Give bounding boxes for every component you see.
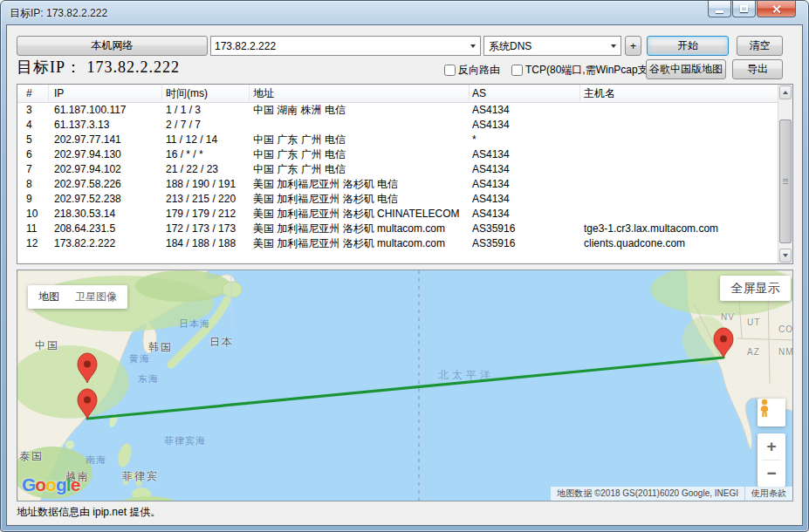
scroll-down-button[interactable]	[779, 249, 792, 263]
table-scrollbar[interactable]	[778, 85, 792, 263]
table-cell-time: 172 / 173 / 173	[164, 222, 250, 236]
table-row[interactable]: 7202.97.94.10221 / 22 / 23中国 广东 广州 电信AS4…	[17, 162, 778, 177]
table-cell-hop: 5	[24, 133, 49, 147]
table-cell-time: 2 / 7 / 7	[164, 118, 250, 133]
dns-dropdown-button[interactable]	[606, 37, 620, 55]
table-cell-time: 184 / 188 / 188	[164, 236, 250, 251]
google-logo-letter: g	[56, 474, 66, 494]
pegman-icon	[758, 399, 771, 418]
table-cell-host	[582, 103, 776, 118]
chevron-down-icon	[611, 44, 616, 48]
table-cell-hop: 3	[24, 103, 49, 118]
table-row[interactable]: 8202.97.58.226188 / 190 / 191美国 加利福尼亚州 洛…	[17, 177, 778, 192]
table-cell-host	[582, 177, 776, 192]
google-logo-letter: o	[35, 474, 45, 494]
clear-button[interactable]: 清空	[737, 36, 783, 56]
table-cell-hop: 9	[24, 192, 49, 207]
table-cell-time: 213 / 215 / 220	[164, 192, 250, 207]
table-cell-host	[582, 118, 776, 133]
zoom-in-button[interactable]: +	[758, 433, 785, 460]
column-header[interactable]: 主机名	[582, 85, 776, 102]
title-bar[interactable]: 目标IP: 173.82.2.222	[1, 1, 808, 25]
table-cell-ip: 202.97.77.141	[52, 133, 162, 147]
reverse-route-checkbox-input[interactable]	[444, 65, 456, 76]
export-button[interactable]: 导出	[732, 59, 783, 79]
start-button[interactable]: 开始	[647, 36, 729, 56]
ip-combobox[interactable]	[210, 36, 481, 56]
table-cell-host	[582, 192, 776, 207]
table-row[interactable]: 11208.64.231.5172 / 173 / 173美国 加利福尼亚州 洛…	[17, 222, 778, 236]
table-row[interactable]: 10218.30.53.14179 / 179 / 212美国 加利福尼亚州 洛…	[17, 207, 778, 222]
local-network-button[interactable]: 本机网络	[17, 36, 208, 56]
fullscreen-button[interactable]: 全屏显示	[720, 276, 791, 301]
close-icon	[771, 4, 781, 14]
chevron-down-icon	[470, 44, 476, 48]
column-header[interactable]: 时间(ms)	[164, 85, 250, 102]
table-cell-as: AS4134	[470, 118, 580, 133]
table-cell-address: 美国 加利福尼亚州 洛杉矶 电信	[251, 192, 470, 207]
table-header[interactable]: #IP时间(ms)地址AS主机名	[17, 85, 778, 103]
map-marker-dot	[84, 397, 91, 404]
table-cell-ip: 202.97.94.102	[52, 162, 162, 177]
terms-link[interactable]: 使用条款	[745, 487, 792, 501]
table-cell-host	[582, 147, 776, 162]
table-cell-time: 179 / 179 / 212	[164, 207, 250, 222]
add-dns-button[interactable]: +	[625, 36, 641, 56]
close-button[interactable]	[757, 1, 796, 17]
zoom-out-button[interactable]: −	[758, 460, 785, 487]
table-row[interactable]: 12173.82.2.222184 / 188 / 188美国 加利福尼亚州 洛…	[17, 236, 778, 251]
map-type-control[interactable]: 地图 卫星图像	[28, 285, 127, 309]
table-row[interactable]: 461.137.3.132 / 7 / 7AS4134	[17, 118, 778, 133]
app-window: 目标IP: 173.82.2.222 本机网络 系统DNS + 开始 清空 目标…	[0, 0, 809, 532]
target-ip-label: 目标IP： 173.82.2.222	[17, 57, 180, 78]
column-header[interactable]: IP	[52, 85, 162, 102]
ip-dropdown-button[interactable]	[465, 37, 480, 55]
table-cell-ip: 218.30.53.14	[52, 207, 162, 222]
table-row[interactable]: 361.187.100.1171 / 1 / 3中国 湖南 株洲 电信AS413…	[17, 103, 778, 118]
table-row[interactable]: 5202.97.77.14111 / 12 / 14中国 广东 广州 电信*	[17, 133, 778, 147]
google-cn-map-button[interactable]: 谷歌中国版地图	[646, 59, 726, 79]
dns-select[interactable]: 系统DNS	[483, 36, 621, 56]
google-logo[interactable]: Google	[22, 474, 79, 495]
table-cell-time: 188 / 190 / 191	[164, 177, 250, 192]
reverse-route-label: 反向路由	[458, 63, 500, 78]
column-header[interactable]: #	[24, 85, 49, 102]
table-cell-time: 16 / * / *	[164, 147, 250, 162]
table-cell-as: AS35916	[470, 222, 580, 236]
maximize-button[interactable]	[732, 1, 756, 17]
map-panel[interactable]: 中国韩国日本日本海黄海东海北太平洋菲律宾海南海泰国越南菲律宾NVUTCOAZNM…	[17, 269, 793, 501]
table-cell-time: 1 / 1 / 3	[164, 103, 250, 118]
pegman-button[interactable]	[758, 399, 785, 426]
client-area: 本机网络 系统DNS + 开始 清空 目标IP： 173.82.2.222 反向…	[7, 25, 802, 525]
map-type-satellite[interactable]: 卫星图像	[75, 290, 117, 304]
google-logo-letter: o	[45, 474, 56, 494]
tcp-checkbox[interactable]: TCP(80端口,需WinPcap支持)	[511, 63, 662, 78]
minimize-button[interactable]	[708, 1, 731, 17]
column-header[interactable]: AS	[470, 85, 580, 102]
table-cell-hop: 4	[24, 118, 49, 133]
table-cell-ip: 61.187.100.117	[52, 103, 162, 118]
table-cell-as: AS35916	[470, 236, 580, 251]
scrollbar-thumb[interactable]	[779, 119, 792, 243]
table-cell-ip: 202.97.52.238	[52, 192, 162, 207]
table-cell-hop: 12	[24, 236, 49, 251]
tcp-checkbox-input[interactable]	[511, 65, 523, 76]
reverse-route-checkbox[interactable]: 反向路由	[444, 63, 500, 78]
window-title: 目标IP: 173.82.2.222	[10, 6, 107, 21]
table-row[interactable]: 9202.97.52.238213 / 215 / 220美国 加利福尼亚州 洛…	[17, 192, 778, 207]
table-cell-ip: 202.97.58.226	[52, 177, 162, 192]
scroll-up-button[interactable]	[779, 85, 792, 99]
map-type-map[interactable]: 地图	[38, 290, 59, 304]
arrow-up-icon	[783, 91, 788, 94]
status-text: 地址数据信息由 ipip.net 提供。	[17, 506, 161, 518]
table-cell-hop: 6	[24, 147, 49, 162]
table-row[interactable]: 6202.97.94.13016 / * / *中国 广东 广州 电信AS413…	[17, 147, 778, 162]
table-cell-ip: 202.97.94.130	[52, 147, 162, 162]
hainan-island	[65, 440, 74, 449]
ip-input[interactable]	[215, 38, 463, 54]
table-cell-hop: 7	[24, 162, 49, 177]
google-logo-letter: G	[22, 474, 35, 494]
zoom-control: + −	[758, 433, 785, 487]
table-cell-host	[582, 133, 776, 147]
column-header[interactable]: 地址	[251, 85, 470, 102]
